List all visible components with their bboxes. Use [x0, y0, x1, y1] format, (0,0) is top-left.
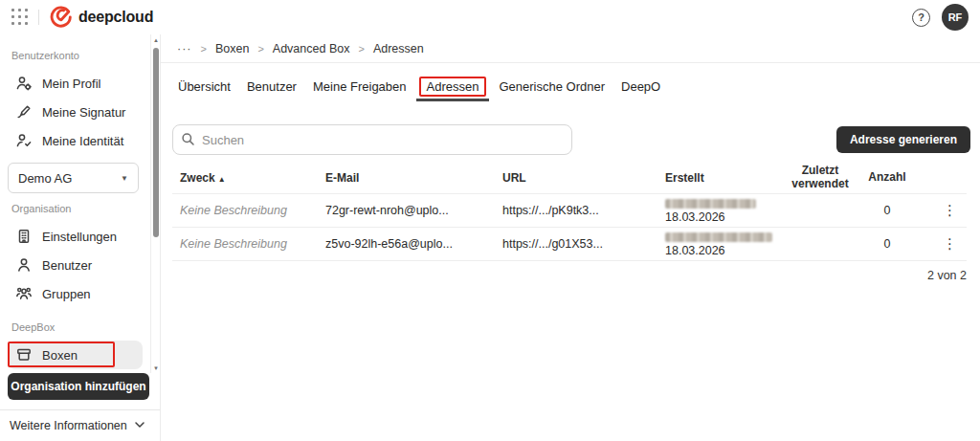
cell-zuletzt-verwendet [782, 208, 858, 213]
weitere-informationen-toggle[interactable]: Weitere Informationen [0, 409, 160, 441]
cell-zweck: Keine Beschreibung [172, 234, 318, 254]
tab-meine-freigaben[interactable]: Meine Freigaben [309, 77, 411, 97]
breadcrumb: ··· > Boxen > Advanced Box > Adressen [161, 34, 980, 63]
weitere-informationen-label: Weitere Informationen [10, 419, 127, 432]
cell-email: z5vo-92lh-e56a@uplo... [318, 234, 495, 254]
sidebar-item-label: Benutzer [42, 258, 92, 273]
tab-generische-ordner[interactable]: Generische Ordner [495, 77, 609, 97]
cell-url: https://.../g01X53... [495, 234, 657, 254]
add-organisation-button[interactable]: Organisation hinzufügen [8, 373, 149, 400]
users-group-icon [15, 285, 33, 302]
user-check-icon [15, 132, 33, 149]
column-header-email[interactable]: E-Mail [318, 169, 495, 187]
tab-bar: Übersicht Benutzer Meine Freigaben Adres… [174, 77, 980, 109]
active-tab-underline [416, 99, 490, 101]
cell-anzahl: 0 [858, 201, 916, 220]
breadcrumb-item-adressen[interactable]: Adressen [373, 42, 424, 55]
addresses-table: Zweck▲ E-Mail URL Erstellt Zuletzt verwe… [172, 163, 967, 282]
cell-url: https://.../pK9tk3... [495, 201, 657, 220]
cell-erstellt: 18.03.2026 [657, 194, 782, 227]
box-icon [15, 346, 33, 364]
section-label-deepbox: DeepBox [11, 321, 150, 333]
column-header-erstellt[interactable]: Erstellt [657, 169, 782, 187]
cell-zuletzt-verwendet [782, 241, 858, 247]
kebab-menu-icon[interactable]: ⋮ [939, 234, 961, 253]
created-date: 18.03.2026 [665, 244, 725, 257]
column-header-url[interactable]: URL [495, 169, 657, 187]
building-icon [15, 228, 33, 245]
pagination-count: 2 von 2 [172, 269, 967, 282]
cell-erstellt: 18.03.2026 [657, 228, 782, 260]
avatar[interactable]: RF [942, 4, 969, 31]
scrollbar-thumb[interactable] [153, 48, 159, 237]
created-date: 18.03.2026 [665, 210, 725, 224]
table-header-row: Zweck▲ E-Mail URL Erstellt Zuletzt verwe… [172, 163, 967, 194]
sidebar-item-label: Mein Profil [42, 77, 100, 91]
logo-text: deepcloud [78, 9, 153, 26]
deepcloud-logo-icon [49, 4, 73, 32]
section-label-organisation: Organisation [11, 203, 150, 214]
search-input[interactable] [172, 124, 572, 155]
sidebar-item-mein-profil[interactable]: Mein Profil [8, 69, 143, 98]
breadcrumb-separator: > [358, 43, 364, 55]
scrollbar-down-icon[interactable]: ▼ [152, 365, 160, 371]
table-row[interactable]: Keine Beschreibung z5vo-92lh-e56a@uplo..… [172, 228, 967, 261]
column-header-zweck[interactable]: Zweck▲ [172, 169, 318, 187]
redacted-creator-name [665, 199, 756, 209]
sidebar-item-boxen[interactable]: Boxen [8, 341, 143, 369]
signature-icon [15, 103, 33, 121]
breadcrumb-separator: > [257, 43, 263, 55]
cell-zweck: Keine Beschreibung [172, 201, 318, 220]
sidebar-item-benutzer[interactable]: Benutzer [8, 251, 143, 279]
scrollbar-up-icon[interactable]: ▲ [152, 37, 160, 43]
tab-adressen-label: Adressen [427, 79, 479, 94]
sidebar-scroll-area: Benutzerkonto Mein Profil [0, 34, 150, 372]
help-icon[interactable]: ? [912, 9, 930, 27]
sidebar-item-label: Gruppen [42, 287, 91, 301]
breadcrumb-item-advanced-box[interactable]: Advanced Box [273, 42, 350, 55]
sidebar-item-gruppen[interactable]: Gruppen [8, 279, 143, 308]
user-icon [15, 256, 33, 274]
breadcrumb-item-boxen[interactable]: Boxen [215, 42, 249, 55]
tab-benutzer[interactable]: Benutzer [243, 77, 301, 97]
tab-adressen[interactable]: Adressen [419, 77, 487, 97]
section-label-benutzerkonto: Benutzerkonto [11, 50, 150, 61]
sidebar-scrollbar[interactable]: ▲ ▼ [150, 34, 160, 374]
organisation-select-value: Demo AG [18, 171, 72, 186]
search-field [172, 124, 572, 155]
column-header-anzahl[interactable]: Anzahl [858, 169, 916, 187]
cell-email: 72gr-rewt-nroh@uplo... [318, 201, 495, 220]
topbar: deepcloud ? RF [0, 0, 980, 34]
cell-anzahl: 0 [858, 234, 916, 254]
redacted-creator-name [665, 232, 772, 242]
main-content: ··· > Boxen > Advanced Box > Adressen Üb… [161, 34, 980, 441]
sidebar-item-label: Einstellungen [42, 230, 117, 244]
sort-asc-icon: ▲ [218, 175, 226, 184]
tab-deepo[interactable]: DeepO [617, 77, 664, 97]
sidebar-item-mit-uns-geteilt[interactable]: Mit uns geteilt [8, 369, 143, 372]
sidebar-item-meine-identitaet[interactable]: Meine Identität [8, 126, 143, 155]
sidebar: Benutzerkonto Mein Profil [0, 34, 161, 441]
user-gear-icon [15, 75, 33, 92]
sidebar-item-label: Boxen [42, 348, 78, 363]
generate-address-button[interactable]: Adresse generieren [836, 126, 970, 153]
breadcrumb-separator: > [201, 43, 207, 55]
sidebar-item-einstellungen[interactable]: Einstellungen [8, 222, 143, 251]
topbar-divider [38, 10, 39, 25]
tab-uebersicht[interactable]: Übersicht [174, 77, 234, 97]
deepcloud-logo[interactable]: deepcloud [49, 4, 153, 32]
caret-down-icon: ▼ [121, 174, 128, 183]
sidebar-item-meine-signatur[interactable]: Meine Signatur [8, 98, 143, 126]
sidebar-item-label: Meine Signatur [42, 105, 125, 120]
kebab-menu-icon[interactable]: ⋮ [939, 201, 961, 219]
column-header-zuletzt-verwendet[interactable]: Zuletzt verwendet [782, 163, 858, 193]
organisation-select[interactable]: Demo AG ▼ [8, 163, 139, 193]
apps-grid-icon[interactable] [11, 9, 29, 26]
breadcrumb-ellipsis[interactable]: ··· [177, 42, 192, 55]
search-icon [181, 132, 195, 150]
chevron-down-icon [133, 418, 146, 434]
table-row[interactable]: Keine Beschreibung 72gr-rewt-nroh@uplo..… [172, 194, 967, 228]
sidebar-item-label: Meine Identität [42, 134, 123, 148]
